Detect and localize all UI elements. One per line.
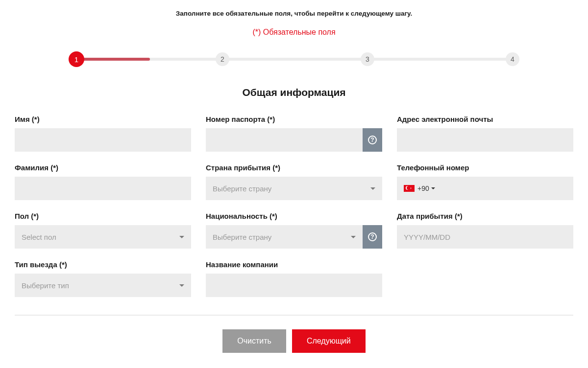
nationality-select[interactable]: Выберите страну bbox=[206, 225, 363, 249]
nationality-label: Национальность (*) bbox=[206, 212, 382, 220]
step-3[interactable]: 3 bbox=[361, 52, 374, 66]
gender-placeholder: Select пол bbox=[22, 233, 179, 241]
passport-input[interactable] bbox=[206, 128, 363, 152]
required-fields-note: (*) Обязательные поля bbox=[15, 28, 573, 37]
passport-label: Номер паспорта (*) bbox=[206, 115, 382, 123]
departure-type-select[interactable]: Выберите тип bbox=[15, 274, 191, 297]
progress-stepper: 1 2 3 4 bbox=[69, 51, 519, 67]
turkey-flag-icon bbox=[404, 185, 415, 192]
chevron-down-icon bbox=[351, 236, 356, 238]
stepper-nodes: 1 2 3 4 bbox=[69, 51, 519, 67]
arrival-country-placeholder: Выберите страну bbox=[213, 184, 370, 193]
arrival-date-input[interactable]: YYYY/MM/DD bbox=[397, 225, 573, 249]
form-grid: Имя (*) Номер паспорта (*) ? Адрес элект… bbox=[15, 115, 573, 315]
nationality-placeholder: Выберите страну bbox=[213, 233, 351, 241]
field-company-name: Название компании bbox=[206, 260, 382, 297]
section-title: Общая информация bbox=[15, 87, 573, 98]
field-arrival-date: Дата прибытия (*) YYYY/MM/DD bbox=[397, 212, 573, 249]
email-input[interactable] bbox=[397, 128, 573, 152]
field-first-name: Имя (*) bbox=[15, 115, 191, 152]
gender-label: Пол (*) bbox=[15, 212, 191, 220]
field-last-name: Фамилия (*) bbox=[15, 163, 191, 200]
company-name-input[interactable] bbox=[206, 274, 382, 297]
company-name-label: Название компании bbox=[206, 260, 382, 269]
help-icon: ? bbox=[368, 136, 377, 144]
help-icon: ? bbox=[368, 232, 377, 241]
chevron-down-icon bbox=[370, 187, 375, 190]
email-label: Адрес электронной почты bbox=[397, 115, 573, 123]
phone-input[interactable]: +90 bbox=[397, 177, 573, 200]
last-name-input[interactable] bbox=[15, 177, 191, 200]
field-email: Адрес электронной почты bbox=[397, 115, 573, 152]
step-1[interactable]: 1 bbox=[69, 51, 84, 67]
departure-type-placeholder: Выберите тип bbox=[22, 281, 179, 290]
arrival-country-select[interactable]: Выберите страну bbox=[206, 177, 382, 200]
first-name-input[interactable] bbox=[15, 128, 191, 152]
field-arrival-country: Страна прибытия (*) Выберите страну bbox=[206, 163, 382, 200]
arrival-date-placeholder: YYYY/MM/DD bbox=[404, 233, 566, 241]
field-gender: Пол (*) Select пол bbox=[15, 212, 191, 249]
field-passport: Номер паспорта (*) ? bbox=[206, 115, 382, 152]
nationality-help-button[interactable]: ? bbox=[363, 225, 382, 249]
button-bar: Очистить Следующий bbox=[15, 329, 573, 353]
instruction-text: Заполните все обязательные поля, чтобы п… bbox=[15, 10, 573, 17]
gender-select[interactable]: Select пол bbox=[15, 225, 191, 249]
field-departure-type: Тип выезда (*) Выберите тип bbox=[15, 260, 191, 297]
last-name-label: Фамилия (*) bbox=[15, 163, 191, 172]
phone-label: Телефонный номер bbox=[397, 163, 573, 172]
empty-cell bbox=[397, 260, 573, 297]
chevron-down-icon bbox=[179, 284, 184, 287]
departure-type-label: Тип выезда (*) bbox=[15, 260, 191, 269]
arrival-date-label: Дата прибытия (*) bbox=[397, 212, 573, 220]
arrival-country-label: Страна прибытия (*) bbox=[206, 163, 382, 172]
chevron-down-icon bbox=[431, 187, 435, 189]
chevron-down-icon bbox=[179, 236, 184, 238]
phone-country-selector[interactable]: +90 bbox=[404, 184, 435, 192]
next-button[interactable]: Следующий bbox=[292, 329, 366, 353]
step-4[interactable]: 4 bbox=[506, 52, 519, 66]
form-page: Заполните все обязательные поля, чтобы п… bbox=[0, 0, 588, 368]
button-bar-container: Очистить Следующий bbox=[15, 315, 573, 368]
passport-help-button[interactable]: ? bbox=[363, 128, 382, 152]
first-name-label: Имя (*) bbox=[15, 115, 191, 123]
clear-button[interactable]: Очистить bbox=[222, 329, 286, 353]
field-phone: Телефонный номер +90 bbox=[397, 163, 573, 200]
step-2[interactable]: 2 bbox=[216, 52, 229, 66]
phone-prefix-text: +90 bbox=[417, 184, 429, 192]
field-nationality: Национальность (*) Выберите страну ? bbox=[206, 212, 382, 249]
